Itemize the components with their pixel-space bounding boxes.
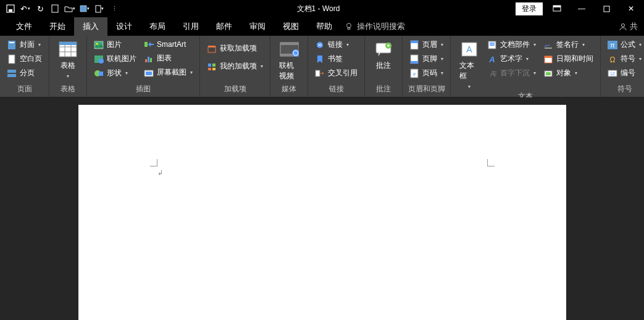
minimize-button[interactable]: — xyxy=(571,2,592,15)
svg-rect-29 xyxy=(145,59,147,62)
open-button[interactable]: ▾ xyxy=(63,2,77,15)
svg-rect-38 xyxy=(208,68,211,70)
qat-button-1[interactable]: ▾ xyxy=(78,2,91,15)
tab-layout[interactable]: 布局 xyxy=(141,17,174,36)
document-canvas[interactable]: ↲ xyxy=(0,97,644,320)
svg-text:12: 12 xyxy=(610,72,615,76)
bookmark-button[interactable]: 书签 xyxy=(313,52,359,65)
online-pictures-button[interactable]: 联机图片 xyxy=(92,52,138,65)
link-button[interactable]: 链接▾ xyxy=(313,38,359,51)
qat-customize[interactable]: ⋮ xyxy=(107,2,121,15)
maximize-button[interactable] xyxy=(596,2,617,15)
tab-references[interactable]: 引用 xyxy=(174,17,207,36)
svg-rect-13 xyxy=(9,55,15,64)
my-addins-button[interactable]: 我的加载项▾ xyxy=(205,60,265,73)
get-addins-button[interactable]: 获取加载项 xyxy=(205,42,265,55)
equation-icon: π xyxy=(608,40,617,50)
group-hf-label: 页眉和页脚 xyxy=(408,82,445,97)
group-links: 链接▾ 书签 交叉引用 链接 xyxy=(308,36,365,97)
table-button[interactable]: 表格▾ xyxy=(54,38,82,79)
close-button[interactable]: ✕ xyxy=(621,2,642,15)
date-time-button[interactable]: 日期和时间 xyxy=(542,52,595,65)
group-pages: 封面▾ 空白页 分页 页面 xyxy=(0,36,49,97)
group-comments: 批注 批注 xyxy=(365,36,403,97)
svg-point-25 xyxy=(99,59,104,64)
cover-page-button[interactable]: 封面▾ xyxy=(5,38,44,51)
group-tables: 表格▾ 表格 xyxy=(49,36,87,97)
cover-page-icon xyxy=(7,40,17,50)
chart-button[interactable]: 图表 xyxy=(142,52,194,65)
tab-home[interactable]: 开始 xyxy=(41,17,74,36)
tab-view[interactable]: 视图 xyxy=(274,17,307,36)
quick-parts-button[interactable]: 文档部件▾ xyxy=(485,38,538,51)
svg-text:π: π xyxy=(610,41,615,49)
tab-design[interactable]: 设计 xyxy=(107,17,141,36)
svg-rect-39 xyxy=(212,68,215,70)
online-video-button[interactable]: 联机视频 xyxy=(275,38,303,81)
share-label: 共 xyxy=(630,21,638,32)
quick-parts-icon xyxy=(487,40,497,50)
margin-mark-top-right xyxy=(487,159,495,166)
tab-review[interactable]: 审阅 xyxy=(241,17,274,36)
share-button[interactable]: 共 xyxy=(619,21,644,32)
window-title: 文档1 - Word xyxy=(121,4,516,14)
svg-rect-2 xyxy=(52,5,58,12)
object-button[interactable]: 对象▾ xyxy=(542,67,595,80)
svg-rect-58 xyxy=(490,44,495,46)
tab-insert[interactable]: 插入 xyxy=(74,17,107,36)
link-icon xyxy=(315,40,325,50)
ribbon-display-options[interactable] xyxy=(546,2,567,15)
title-bar-right: 登录 — ✕ xyxy=(516,2,644,15)
screenshot-button[interactable]: 屏幕截图▾ xyxy=(142,66,194,79)
svg-rect-51 xyxy=(411,61,418,64)
page-number-button[interactable]: #页码▾ xyxy=(408,67,445,80)
undo-button[interactable]: ↶▾ xyxy=(19,2,32,15)
login-button[interactable]: 登录 xyxy=(516,2,543,15)
comment-icon xyxy=(374,41,393,58)
footer-button[interactable]: 页脚▾ xyxy=(408,52,445,65)
qat-button-2[interactable]: ▾ xyxy=(93,2,106,15)
group-illustrations-label: 插图 xyxy=(92,82,194,97)
signature-icon xyxy=(543,40,553,50)
quick-access-toolbar: ↶▾ ↻ ▾ ▾ ▾ ⋮ xyxy=(0,2,121,15)
wordart-icon: A xyxy=(487,54,497,64)
tab-help[interactable]: 帮助 xyxy=(307,17,341,36)
blank-page-button[interactable]: 空白页 xyxy=(5,52,44,65)
shapes-button[interactable]: 形状▾ xyxy=(92,67,138,80)
group-pages-label: 页面 xyxy=(5,82,44,97)
group-addins-label: 加载项 xyxy=(205,82,265,97)
group-illustrations: 图片 联机图片 形状▾ SmartArt 图表 屏幕截图▾ 插图 xyxy=(87,36,200,97)
group-text: A 文本框▾ 文档部件▾ A艺术字▾ A首字下沉▾ 签名行▾ 日期和时间 对象▾… xyxy=(451,36,601,97)
ribbon: 封面▾ 空白页 分页 页面 表格▾ 表格 图片 联机图片 形状▾ SmartAr… xyxy=(0,36,644,97)
number-button[interactable]: 12编号 xyxy=(606,67,643,80)
smartart-button[interactable]: SmartArt xyxy=(142,38,194,51)
new-doc-button[interactable] xyxy=(48,2,62,15)
text-box-button[interactable]: A 文本框▾ xyxy=(456,38,483,89)
comment-button[interactable]: 批注 xyxy=(370,38,397,71)
equation-button[interactable]: π公式▾ xyxy=(606,38,643,51)
drop-cap-button: A首字下沉▾ xyxy=(485,67,538,80)
smartart-icon xyxy=(144,39,154,49)
shapes-icon xyxy=(94,68,104,78)
group-addins: 获取加载项 我的加载项▾ 加载项 xyxy=(200,36,270,97)
wordart-button[interactable]: A艺术字▾ xyxy=(485,52,538,65)
symbol-button[interactable]: Ω符号▾ xyxy=(606,52,643,65)
page-break-button[interactable]: 分页 xyxy=(5,67,44,80)
tell-me-search[interactable]: 操作说明搜索 xyxy=(341,21,405,32)
pictures-button[interactable]: 图片 xyxy=(92,38,138,51)
signature-line-button[interactable]: 签名行▾ xyxy=(542,38,595,51)
svg-rect-4 xyxy=(96,6,101,12)
crossref-button[interactable]: 交叉引用 xyxy=(313,67,359,80)
redo-button[interactable]: ↻ xyxy=(33,2,47,15)
svg-rect-12 xyxy=(9,42,14,43)
svg-rect-7 xyxy=(604,6,609,12)
save-button[interactable] xyxy=(4,2,17,15)
tab-file[interactable]: 文件 xyxy=(7,17,41,36)
svg-rect-1 xyxy=(9,9,12,12)
group-symbols-label: 符号 xyxy=(606,82,643,97)
tab-mailings[interactable]: 邮件 xyxy=(207,17,241,36)
page-1[interactable]: ↲ xyxy=(78,105,566,320)
svg-rect-37 xyxy=(212,64,215,67)
group-tables-label: 表格 xyxy=(54,82,82,97)
header-button[interactable]: 页眉▾ xyxy=(408,38,445,51)
